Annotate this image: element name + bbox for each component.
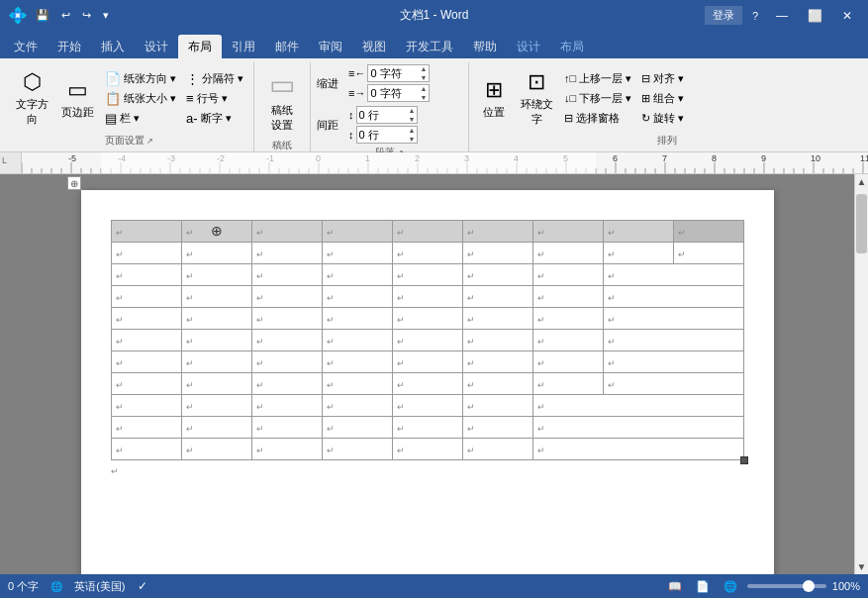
- table-cell[interactable]: ↵: [251, 286, 322, 308]
- table-cell[interactable]: ↵: [111, 330, 181, 351]
- indent-left-spinbox[interactable]: ▲ ▼: [367, 64, 430, 82]
- table-cell[interactable]: ↵: [251, 264, 322, 286]
- table-cell[interactable]: ↵: [322, 373, 392, 395]
- qat-undo[interactable]: ↩: [57, 7, 74, 24]
- table-cell[interactable]: ↵: [673, 221, 743, 243]
- table-cell[interactable]: ↵: [532, 221, 603, 243]
- spacing-before-input[interactable]: [357, 107, 407, 123]
- table-cell[interactable]: ↵: [462, 330, 532, 351]
- table-cell[interactable]: ↵: [603, 243, 673, 264]
- table-cell[interactable]: ↵: [392, 351, 462, 373]
- table-cell[interactable]: ↵: [392, 264, 462, 286]
- table-cell[interactable]: ↵: [532, 286, 603, 308]
- table-cell[interactable]: ↵: [251, 395, 322, 417]
- spacing-after-down[interactable]: ▼: [407, 135, 418, 144]
- scroll-up-button[interactable]: ▲: [855, 174, 868, 189]
- table-cell[interactable]: ↵: [322, 395, 392, 417]
- table-move-handle[interactable]: ⊕: [67, 176, 81, 190]
- table-cell[interactable]: ↵: [532, 417, 743, 439]
- table-cell[interactable]: ↵: [603, 286, 743, 308]
- table-cell[interactable]: ↵: [462, 439, 532, 460]
- tab-insert[interactable]: 插入: [91, 35, 135, 58]
- table-cell[interactable]: ↵: [392, 395, 462, 417]
- table-cell[interactable]: ↵: [251, 351, 322, 373]
- indent-right-spinbox[interactable]: ▲ ▼: [367, 84, 430, 102]
- align-button[interactable]: ⊟ 对齐 ▾: [637, 69, 688, 88]
- table-cell[interactable]: ↵: [111, 351, 181, 373]
- table-cell[interactable]: ↵: [603, 221, 673, 243]
- page-setup-expand[interactable]: ↗: [146, 137, 153, 146]
- columns-button[interactable]: ▤ 栏 ▾: [101, 109, 180, 128]
- spacing-before-down[interactable]: ▼: [407, 115, 418, 124]
- spacing-after-spinbox[interactable]: ▲ ▼: [356, 126, 419, 144]
- table-cell[interactable]: ↵: [603, 373, 743, 395]
- tab-design[interactable]: 设计: [135, 35, 178, 58]
- table-cell[interactable]: ↵: [181, 286, 251, 308]
- table-cell[interactable]: ↵: [251, 439, 322, 460]
- table-cell[interactable]: ↵: [392, 439, 462, 460]
- table-cell[interactable]: ↵: [251, 243, 322, 264]
- table-cell[interactable]: ↵: [251, 373, 322, 395]
- table-cell[interactable]: ↵: [603, 264, 743, 286]
- scroll-down-button[interactable]: ▼: [855, 559, 868, 574]
- table-cell[interactable]: ↵: [322, 264, 392, 286]
- tab-layout[interactable]: 布局: [178, 35, 222, 58]
- web-view-button[interactable]: 🌐: [720, 578, 741, 595]
- table-cell[interactable]: ↵: [603, 308, 743, 330]
- table-cell[interactable]: ↵: [111, 264, 181, 286]
- ruler-corner[interactable]: L: [0, 152, 22, 174]
- table-cell[interactable]: ↵: [322, 221, 392, 243]
- tab-home[interactable]: 开始: [48, 35, 91, 58]
- indent-left-up[interactable]: ▲: [418, 64, 429, 73]
- spacing-before-spinbox[interactable]: ▲ ▼: [356, 106, 419, 124]
- table-cell[interactable]: ↵: [251, 330, 322, 351]
- line-numbers-button[interactable]: ≡ 行号 ▾: [182, 89, 247, 108]
- table-cell[interactable]: ↵: [181, 395, 251, 417]
- indent-right-input[interactable]: [368, 85, 418, 101]
- table-cell[interactable]: ↵: [462, 243, 532, 264]
- tab-view[interactable]: 视图: [352, 35, 396, 58]
- table-cell[interactable]: ↵: [251, 221, 322, 243]
- send-backward-button[interactable]: ↓□ 下移一层 ▾: [560, 89, 635, 108]
- close-button[interactable]: ✕: [834, 5, 860, 27]
- table-cell[interactable]: ↵: [392, 330, 462, 351]
- table-cell[interactable]: ↵: [673, 243, 743, 264]
- draft-button[interactable]: ▭ 稿纸设置: [260, 64, 304, 137]
- table-cell[interactable]: ↵: [322, 439, 392, 460]
- rotate-button[interactable]: ↻ 旋转 ▾: [637, 109, 688, 128]
- zoom-slider[interactable]: [747, 584, 826, 588]
- table-cell[interactable]: ↵: [462, 286, 532, 308]
- table-cell[interactable]: ↵: [392, 308, 462, 330]
- table-cell[interactable]: ↵: [322, 330, 392, 351]
- table-cell[interactable]: ↵: [603, 351, 743, 373]
- tab-developer[interactable]: 开发工具: [396, 35, 463, 58]
- table-cell[interactable]: ↵: [111, 308, 181, 330]
- table-cell[interactable]: ↵: [111, 373, 181, 395]
- select-pane-button[interactable]: ⊟ 选择窗格: [560, 109, 635, 128]
- table-cell[interactable]: ↵: [392, 373, 462, 395]
- tab-table-layout[interactable]: 布局: [550, 35, 594, 58]
- hyphenation-button[interactable]: a‐ 断字 ▾: [182, 109, 247, 128]
- table-cell[interactable]: ↵: [111, 417, 181, 439]
- spell-check-icon[interactable]: ✓: [138, 579, 147, 593]
- group-button[interactable]: ⊞ 组合 ▾: [637, 89, 688, 108]
- position-button[interactable]: ⊞ 位置: [475, 68, 513, 128]
- print-view-button[interactable]: 📄: [692, 578, 714, 595]
- indent-left-down[interactable]: ▼: [418, 73, 429, 82]
- scroll-track[interactable]: [855, 189, 868, 559]
- table-cell[interactable]: ↵: [322, 286, 392, 308]
- account-button[interactable]: 登录: [705, 6, 742, 25]
- margins-button[interactable]: ▭ 页边距: [55, 68, 99, 128]
- qat-customize[interactable]: ▾: [99, 7, 113, 24]
- table-cell[interactable]: ↵: [251, 417, 322, 439]
- table-cell[interactable]: ↵: [462, 373, 532, 395]
- breaks-button[interactable]: ⋮ 分隔符 ▾: [182, 69, 247, 88]
- table-cell[interactable]: ↵: [532, 243, 603, 264]
- table-resize-handle[interactable]: [740, 456, 748, 464]
- indent-left-input[interactable]: [368, 65, 418, 81]
- table-cell[interactable]: ↵: [462, 395, 532, 417]
- restore-button[interactable]: ⬜: [800, 5, 830, 27]
- table-cell[interactable]: ↵: [462, 264, 532, 286]
- qat-redo[interactable]: ↪: [78, 7, 95, 24]
- table-cell[interactable]: ↵: [532, 330, 603, 351]
